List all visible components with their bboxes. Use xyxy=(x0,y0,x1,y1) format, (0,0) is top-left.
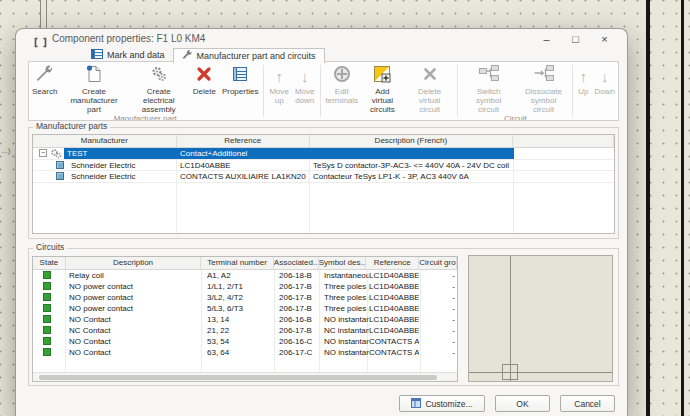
table-cell: - xyxy=(421,292,455,303)
table-cell: LC1D40ABBE xyxy=(180,160,308,171)
column-header-circuit-group[interactable]: Circuit group xyxy=(419,257,457,269)
circuit-row[interactable]: NO Contact63, 64206-17-CNO instantane...… xyxy=(33,347,457,358)
tab-mark-and-data[interactable]: Mark and data xyxy=(84,48,173,62)
toolbar-button-label: Down xyxy=(595,87,615,96)
circuits-caption: Circuits xyxy=(33,242,67,252)
close-button[interactable]: × xyxy=(590,30,619,48)
maximize-button[interactable]: □ xyxy=(561,30,590,48)
column-header-symbol-des-[interactable]: Symbol des... xyxy=(319,257,367,269)
dialog-title: Component properties: F1 L0 KM4 xyxy=(52,33,205,44)
toolbar-button-label: Move up xyxy=(269,87,289,105)
table-cell: Instantaneous ... xyxy=(324,270,369,281)
toolbar-group-caption xyxy=(266,109,317,120)
table-cell: 63, 64 xyxy=(207,347,273,358)
table-cell: 53, 54 xyxy=(207,336,273,347)
search-button[interactable]: Search xyxy=(29,62,60,114)
table-header: StateDescriptionTerminal numberAssociate… xyxy=(33,257,457,270)
circuit-row[interactable]: NO Contact53, 54206-16-CNO instantane...… xyxy=(33,336,457,347)
cancel-button[interactable]: Cancel xyxy=(560,395,615,412)
table-cell: NO Contact xyxy=(69,314,199,325)
table-cell: NO Contact xyxy=(69,347,199,358)
schematic-wire-2 xyxy=(46,0,47,29)
ok-button[interactable]: OK xyxy=(495,395,550,412)
tab-manufacturer-part-and-circuits[interactable]: Manufacturer part and circuits xyxy=(173,48,325,63)
toolbar-group-caption xyxy=(575,109,618,120)
table-cell: Three poles p... xyxy=(324,281,369,292)
circuit-row[interactable]: NO power contact1/L1, 2/T1206-17-BThree … xyxy=(33,281,457,292)
table-cell: NO instantane... xyxy=(324,314,369,325)
create-electrical-assembly-button[interactable]: Create electrical assembly xyxy=(128,62,190,114)
schematic-wire xyxy=(40,0,41,29)
toolbar-group-caption xyxy=(322,114,455,120)
column-header-state[interactable]: State xyxy=(33,257,66,269)
minimize-button[interactable]: – xyxy=(532,30,561,48)
column-header-manufacturer[interactable]: Manufacturer xyxy=(33,135,177,147)
toolbar-group: SearchCreate manufacturer partCreate ele… xyxy=(29,62,261,120)
circuits-table: StateDescriptionTerminal numberAssociate… xyxy=(32,256,458,382)
properties-button[interactable]: Properties xyxy=(219,62,261,114)
toolbar-button-label: Dissociate symbol circuit xyxy=(520,87,568,114)
circuit-state-indicator xyxy=(43,315,51,323)
circuit-row[interactable]: NO power contact3/L2, 4/T2206-17-BThree … xyxy=(33,292,457,303)
move-up-button: ↑Move up xyxy=(266,62,292,109)
create-manufacturer-part-button[interactable]: Create manufacturer part xyxy=(60,62,127,114)
manufacturer-part-row[interactable]: Schneider ElectricCONTACTS AUXILIAIRE LA… xyxy=(33,171,614,183)
table-cell: LC1D40ABBE xyxy=(369,303,419,314)
move-down-button: ↓Move down xyxy=(292,62,318,109)
table-cell: NO Contact xyxy=(69,336,199,347)
manufacturer-part-row[interactable]: −TESTContact+Additionel xyxy=(33,148,614,160)
toolbar-button-label: Move down xyxy=(295,87,315,105)
column-header-terminal-number[interactable]: Terminal number xyxy=(201,257,274,269)
toolbar-separator xyxy=(263,65,264,117)
circuit-row[interactable]: Relay coilA1, A2206-18-BInstantaneous ..… xyxy=(33,270,457,281)
table-cell: 3/L2, 4/T2 xyxy=(207,292,273,303)
cancel-label: Cancel xyxy=(574,399,600,409)
toolbar-group: Switch symbol circuitDissociate symbol c… xyxy=(460,62,570,120)
customize-label: Customize... xyxy=(425,399,472,409)
down-button: ↓Down xyxy=(592,62,618,109)
column-header-reference[interactable]: Reference xyxy=(366,257,419,269)
dissociate-symbol-icon xyxy=(533,64,555,88)
circuit-state-indicator xyxy=(43,326,51,334)
ok-label: OK xyxy=(516,399,528,409)
manufacturer-part-row[interactable]: Schneider ElectricLC1D40ABBETeSys D cont… xyxy=(33,160,614,172)
circuit-row[interactable]: NC Contact21, 22206-17-BNC instantane...… xyxy=(33,325,457,336)
table-cell: LC1D40ABBE xyxy=(369,292,419,303)
table-cell: 1/L1, 2/T1 xyxy=(207,281,273,292)
circuit-row[interactable]: NO power contact5/L3, 6/T3206-17-BThree … xyxy=(33,303,457,314)
table-cell: LC1D40ABBE xyxy=(369,281,419,292)
component-properties-dialog: Component properties: F1 L0 KM4 – □ × Ma… xyxy=(15,28,628,416)
toolbar-group: ↑Up↓Down xyxy=(575,62,618,120)
column-header-description-french-[interactable]: Description (French) xyxy=(310,135,514,147)
toolbar-group-caption: Circuit xyxy=(460,114,570,121)
column-header-reference[interactable]: Reference xyxy=(177,135,310,147)
edit-terminals-button: Edit terminals xyxy=(322,62,360,114)
part-icon xyxy=(56,161,64,169)
switch-symbol-icon xyxy=(478,64,500,88)
horizontal-scrollbar[interactable] xyxy=(33,372,457,381)
circuit-state-indicator xyxy=(43,348,51,356)
manufacturer-parts-table: ManufacturerReferenceDescription (French… xyxy=(32,134,615,234)
table-cell: Contacteur TeSys LP1-K - 3P, AC3 440V 6A xyxy=(313,171,513,182)
table-cell: A1, A2 xyxy=(207,270,273,281)
column-header-associated-[interactable]: Associated... xyxy=(274,257,319,269)
symbol-preview-pane xyxy=(468,255,613,382)
tree-expander[interactable]: − xyxy=(39,149,47,157)
table-cell: LC1D40ABBE xyxy=(369,270,419,281)
delete-button[interactable]: Delete xyxy=(190,62,219,114)
table-cell: - xyxy=(421,281,455,292)
add-virtual-circuits-button[interactable]: Add virtual circuits xyxy=(361,62,404,114)
table-cell: 206-16-C xyxy=(279,336,321,347)
column-header-empty[interactable] xyxy=(513,135,614,147)
scrollbar-thumb[interactable] xyxy=(39,375,437,380)
table-cell: NC instantane... xyxy=(324,325,369,336)
column-header-description[interactable]: Description xyxy=(66,257,201,269)
gears-icon xyxy=(149,64,169,88)
page-new-icon xyxy=(84,64,104,88)
table-cell: LC1D40ABBE xyxy=(369,314,419,325)
dialog-titlebar[interactable]: Component properties: F1 L0 KM4 – □ × xyxy=(16,29,627,49)
circuit-row[interactable]: NO Contact13, 14206-16-BNO instantane...… xyxy=(33,314,457,325)
toolbar-button-label: Create electrical assembly xyxy=(131,87,187,114)
add-virtual-icon xyxy=(372,64,392,88)
customize-button[interactable]: Customize... xyxy=(399,395,485,412)
